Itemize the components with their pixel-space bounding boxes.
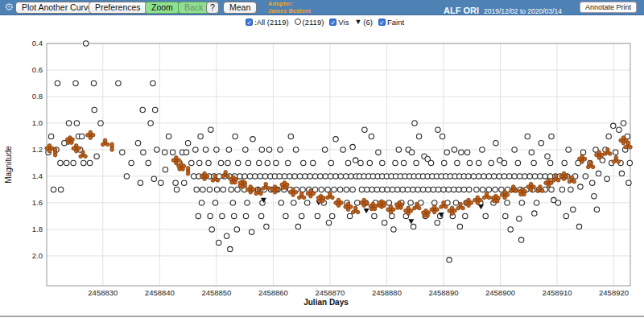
observation-circle <box>621 121 625 126</box>
observation-circle <box>508 227 513 232</box>
observation-circle <box>365 187 369 192</box>
light-curve-plot[interactable]: 2458830245884024588502458860245887024588… <box>0 0 644 316</box>
observation-circle <box>367 160 372 165</box>
observation-circle <box>594 207 599 212</box>
observation-circle <box>192 174 196 179</box>
settings-gear-icon[interactable]: ⚙ <box>3 2 14 13</box>
observation-circle <box>287 174 292 179</box>
observation-circle <box>286 160 291 165</box>
observation-circle <box>257 160 262 165</box>
visual-observation-dot <box>461 206 465 210</box>
observation-circle <box>503 213 508 218</box>
visual-observation-dot <box>53 148 57 152</box>
observation-circle <box>578 184 583 189</box>
observation-circle <box>194 187 199 192</box>
observation-circle <box>549 134 554 138</box>
faint-checkbox[interactable]: ✓ <box>378 19 386 26</box>
observation-circle <box>401 160 406 165</box>
observation-circle <box>246 160 250 165</box>
observation-circle <box>140 107 145 112</box>
observation-circle <box>431 187 436 192</box>
all-checkbox[interactable]: ✓ <box>246 19 253 26</box>
observation-circle <box>409 150 414 155</box>
observation-circle <box>372 213 377 218</box>
mean-button[interactable]: Mean <box>223 2 257 14</box>
visual-observation-dot <box>84 155 88 159</box>
observation-circle <box>512 174 517 179</box>
observation-circle <box>318 174 323 179</box>
observation-circle <box>412 121 417 126</box>
observation-circle <box>295 224 300 229</box>
observation-circle <box>527 174 532 179</box>
back-button[interactable]: Back <box>178 2 209 14</box>
zoom-button[interactable]: Zoom <box>145 2 180 14</box>
y-tick-label: 0.6 <box>32 65 43 74</box>
observation-circle <box>55 80 60 85</box>
observation-circle <box>382 221 386 225</box>
observation-circle <box>341 147 345 152</box>
observation-circle <box>481 174 486 179</box>
observation-circle <box>73 80 78 85</box>
visual-observation-dot <box>629 145 633 149</box>
plot-another-curve-button[interactable]: Plot Another Curve <box>15 2 99 14</box>
visual-observation-dot <box>211 179 215 183</box>
observation-circle <box>94 154 99 159</box>
observation-circle <box>436 127 440 132</box>
observation-circle <box>206 160 211 165</box>
visual-observation-dot <box>356 210 360 214</box>
observation-circle <box>461 187 466 192</box>
observation-circle <box>225 160 230 165</box>
observation-circle <box>279 200 283 205</box>
observation-circle <box>229 187 233 192</box>
series-controls-row: ✓ :All (2119) (2119) ✓ Vis ▼ (6) ✓ Faint <box>246 17 404 27</box>
observation-circle <box>337 187 342 192</box>
observation-circle <box>249 229 254 234</box>
vis-checkbox[interactable]: ✓ <box>329 19 336 26</box>
preferences-button[interactable]: Preferences <box>89 2 147 14</box>
observation-circle <box>277 174 282 179</box>
visual-observation-dot <box>105 142 109 147</box>
observation-circle <box>300 187 305 192</box>
y-axis-title: Magnitude <box>4 146 13 184</box>
observation-circle <box>265 160 270 165</box>
observation-circle <box>359 187 364 192</box>
observation-circle <box>627 160 632 165</box>
observation-circle <box>291 200 296 205</box>
visual-observation-dot <box>288 190 292 194</box>
observation-circle <box>350 187 355 192</box>
observation-circle <box>124 174 129 179</box>
observation-circle <box>477 174 481 179</box>
annotate-print-button[interactable]: Annotate Print <box>580 2 637 13</box>
visual-observation-dot <box>619 138 623 142</box>
observation-circle <box>293 147 298 152</box>
observation-circle <box>380 187 385 192</box>
visual-observation-dot <box>259 192 263 196</box>
observation-circle <box>233 134 237 138</box>
help-button[interactable]: ? <box>206 2 219 14</box>
visual-observation-dot <box>404 209 408 213</box>
observation-circle <box>480 187 485 192</box>
observation-circle <box>571 207 576 212</box>
observation-circle <box>486 174 491 179</box>
observation-circle <box>213 200 217 205</box>
visual-observation-dot <box>110 142 114 147</box>
observation-circle <box>292 174 297 179</box>
observation-circle <box>159 180 163 185</box>
observation-circle <box>405 187 410 192</box>
observation-circle <box>189 160 194 165</box>
observation-circle <box>58 187 63 192</box>
observation-circle <box>120 150 125 155</box>
visual-observation-dot <box>591 165 595 169</box>
visual-observation-dot <box>536 189 540 193</box>
observation-circle <box>58 160 63 165</box>
observation-circle <box>332 187 336 192</box>
observation-circle <box>435 221 440 225</box>
observation-circle <box>344 187 349 192</box>
observation-circle <box>274 160 279 165</box>
observation-circle <box>81 160 86 165</box>
visual-observation-dot <box>608 152 612 156</box>
visual-observation-dot <box>514 189 518 193</box>
observation-circle <box>463 213 468 218</box>
observation-circle <box>319 187 324 192</box>
observation-circle <box>253 174 258 179</box>
